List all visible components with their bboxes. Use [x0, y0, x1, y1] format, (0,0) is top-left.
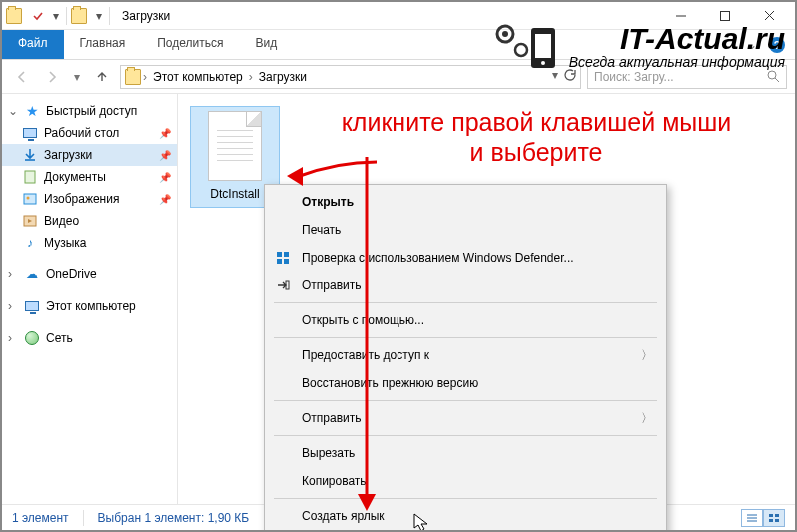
pin-icon: 📌 — [159, 128, 171, 139]
window-title: Загрузки — [122, 9, 170, 23]
chevron-right-icon[interactable]: › — [249, 70, 253, 84]
nav-back-button[interactable] — [10, 65, 34, 89]
separator — [274, 400, 657, 401]
nav-desktop[interactable]: Рабочий стол 📌 — [2, 122, 177, 144]
cloud-icon: ☁ — [24, 266, 40, 282]
nav-documents[interactable]: Документы 📌 — [2, 166, 177, 188]
pin-icon: 📌 — [159, 150, 171, 161]
nav-forward-button[interactable] — [40, 65, 64, 89]
svg-rect-7 — [25, 171, 35, 183]
ctx-share[interactable]: Отправить — [268, 271, 663, 299]
chevron-down-icon[interactable]: ⌄ — [8, 104, 18, 118]
history-dropdown-icon[interactable]: ▾ — [552, 68, 558, 85]
ctx-print[interactable]: Печать — [268, 216, 663, 244]
explorer-window: ▾ ▾ Загрузки Файл Главная Поделиться Вид — [0, 0, 797, 532]
share-icon — [274, 276, 292, 294]
close-button[interactable] — [747, 2, 791, 30]
blank-icon — [274, 409, 292, 427]
blank-icon — [274, 374, 292, 392]
nav-label: Загрузки — [44, 148, 92, 162]
chevron-right-icon[interactable]: › — [8, 299, 18, 313]
ribbon-tab-share[interactable]: Поделиться — [141, 30, 239, 59]
pictures-icon — [22, 191, 38, 207]
chevron-right-icon[interactable]: › — [8, 267, 18, 281]
text-file-icon — [208, 111, 262, 181]
ctx-open-with[interactable]: Открыть с помощью... — [268, 306, 663, 334]
nav-label: Рабочий стол — [44, 126, 119, 140]
separator — [66, 7, 67, 25]
separator — [274, 302, 657, 303]
window-controls — [659, 2, 791, 30]
qat-properties-icon[interactable] — [28, 5, 48, 27]
nav-onedrive[interactable]: › ☁ OneDrive — [2, 264, 177, 285]
maximize-button[interactable] — [703, 2, 747, 30]
blank-icon — [274, 472, 292, 490]
pin-icon: 📌 — [159, 172, 171, 183]
search-input[interactable]: Поиск: Загру... — [587, 65, 787, 89]
ctx-send-to[interactable]: Отправить 〉 — [268, 404, 663, 432]
svg-rect-1 — [721, 11, 730, 20]
status-selection: Выбран 1 элемент: 1,90 КБ — [98, 511, 250, 525]
expand-ribbon-icon[interactable]: ⌄ — [747, 38, 757, 52]
ctx-restore-version[interactable]: Восстановить прежнюю версию — [268, 369, 663, 397]
pin-icon: 📌 — [159, 194, 171, 205]
nav-label: Быстрый доступ — [46, 104, 137, 118]
svg-rect-22 — [284, 259, 289, 264]
chevron-right-icon: 〉 — [641, 347, 653, 364]
nav-this-pc[interactable]: › Этот компьютер — [2, 295, 177, 317]
nav-network[interactable]: › Сеть — [2, 327, 177, 349]
app-icon — [6, 8, 22, 24]
pc-icon — [24, 298, 40, 314]
nav-label: Документы — [44, 170, 106, 184]
svg-line-5 — [775, 78, 779, 82]
chevron-right-icon[interactable]: › — [8, 331, 18, 345]
icons-view-button[interactable] — [763, 509, 785, 527]
breadcrumb-bar[interactable]: › Этот компьютер › Загрузки ▾ — [120, 65, 581, 89]
svg-rect-19 — [277, 252, 282, 257]
nav-video[interactable]: Видео — [2, 210, 177, 232]
chevron-right-icon[interactable]: › — [143, 70, 147, 84]
svg-rect-21 — [277, 259, 282, 264]
details-view-button[interactable] — [741, 509, 763, 527]
breadcrumb-root[interactable]: Этот компьютер — [149, 70, 247, 84]
ribbon-tab-home[interactable]: Главная — [64, 30, 142, 59]
nav-recent-dropdown[interactable]: ▾ — [70, 65, 84, 89]
minimize-button[interactable] — [659, 2, 703, 30]
search-icon — [767, 70, 780, 83]
nav-up-button[interactable] — [90, 65, 114, 89]
ctx-copy[interactable]: Копировать — [268, 467, 663, 495]
nav-music[interactable]: ♪ Музыка — [2, 232, 177, 254]
blank-icon — [274, 444, 292, 462]
quick-access-toolbar: ▾ ▾ — [6, 5, 112, 27]
qat-dropdown-icon[interactable]: ▾ — [93, 5, 105, 27]
qat-dropdown-icon[interactable]: ▾ — [50, 5, 62, 27]
help-icon[interactable]: ? — [769, 37, 785, 53]
svg-rect-8 — [24, 194, 36, 204]
nav-label: Этот компьютер — [46, 299, 136, 313]
nav-pictures[interactable]: Изображения 📌 — [2, 188, 177, 210]
blank-icon — [274, 311, 292, 329]
blank-icon — [274, 221, 292, 239]
ribbon-tab-view[interactable]: Вид — [239, 30, 293, 59]
blank-icon — [274, 346, 292, 364]
nav-downloads[interactable]: Загрузки 📌 — [2, 144, 177, 166]
ribbon-tab-file[interactable]: Файл — [2, 30, 64, 59]
blank-icon — [274, 507, 292, 525]
nav-label: OneDrive — [46, 267, 97, 281]
ctx-open[interactable]: Открыть — [268, 188, 663, 216]
downloads-icon — [125, 69, 141, 85]
refresh-icon[interactable] — [562, 68, 576, 85]
nav-label: Изображения — [44, 192, 119, 206]
music-icon: ♪ — [22, 235, 38, 251]
separator — [274, 498, 657, 499]
separator — [274, 337, 657, 338]
ctx-cut[interactable]: Вырезать — [268, 439, 663, 467]
svg-point-9 — [27, 197, 30, 200]
breadcrumb-current[interactable]: Загрузки — [255, 70, 311, 84]
nav-quick-access[interactable]: ⌄ ★ Быстрый доступ — [2, 100, 177, 122]
ctx-defender[interactable]: Проверка с использованием Windows Defend… — [268, 244, 663, 271]
nav-label: Видео — [44, 214, 79, 228]
ctx-grant-access[interactable]: Предоставить доступ к 〉 — [268, 341, 663, 369]
ctx-create-shortcut[interactable]: Создать ярлык — [268, 502, 663, 530]
view-mode-toggle — [741, 509, 785, 527]
